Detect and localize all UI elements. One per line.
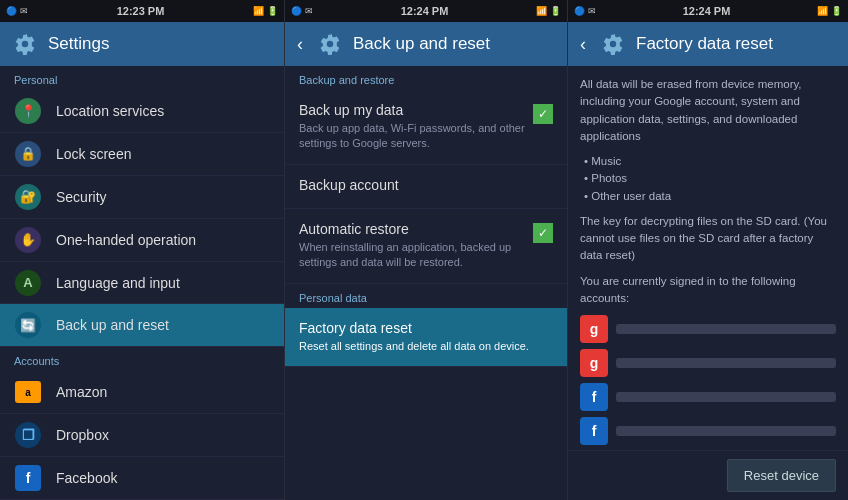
personal-data-section-label: Personal data — [285, 284, 567, 308]
time-right: 12:24 PM — [683, 5, 731, 17]
google-icon-1: g — [580, 315, 608, 343]
facebook-icon: f — [14, 464, 42, 492]
sidebar-item-backup-label: Back up and reset — [56, 317, 169, 333]
factory-reset-header: ‹ Factory data reset — [568, 22, 848, 66]
accounts-section: g g f f ❐ — [580, 315, 836, 450]
reset-icon: 🔄 — [14, 311, 42, 339]
backup-section-label: Backup and restore — [285, 66, 567, 90]
sidebar-item-security-label: Security — [56, 189, 107, 205]
backup-gear-icon — [317, 31, 343, 57]
bullet-other: Other user data — [584, 188, 836, 205]
backup-account-item[interactable]: Backup account — [285, 165, 567, 209]
sidebar-item-dropbox-label: Dropbox — [56, 427, 109, 443]
status-bar-middle: 🔵 ✉ 12:24 PM 📶 🔋 — [285, 0, 567, 22]
factory-reset-description: All data will be erased from device memo… — [580, 76, 836, 145]
section-personal: Personal — [0, 66, 284, 90]
account-row-facebook-1: f — [580, 383, 836, 411]
amazon-icon: a — [14, 378, 42, 406]
sidebar-item-backup[interactable]: 🔄 Back up and reset — [0, 304, 284, 347]
signal-icon-right: 📶 — [817, 6, 828, 16]
account-name-blur-2 — [616, 358, 836, 368]
sidebar-item-facebook[interactable]: f Facebook — [0, 457, 284, 500]
factory-reset-desc: Reset all settings and delete all data o… — [299, 339, 553, 354]
status-icons-right-left2: 🔵 ✉ — [574, 6, 596, 16]
backup-my-data-item[interactable]: Back up my data Back up app data, Wi-Fi … — [285, 90, 567, 165]
back-arrow-right[interactable]: ‹ — [580, 34, 586, 55]
sidebar-item-onehanded[interactable]: ✋ One-handed operation — [0, 219, 284, 262]
dropbox-icon: ❐ — [14, 421, 42, 449]
settings-header: Settings — [0, 22, 284, 66]
time-left: 12:23 PM — [117, 5, 165, 17]
factory-gear-icon — [600, 31, 626, 57]
google-icon-2: g — [580, 349, 608, 377]
sidebar-item-security[interactable]: 🔐 Security — [0, 176, 284, 219]
sidebar-item-facebook-label: Facebook — [56, 470, 117, 486]
sidebar-item-onehanded-label: One-handed operation — [56, 232, 196, 248]
bullet-music: Music — [584, 153, 836, 170]
auto-restore-title: Automatic restore — [299, 221, 533, 237]
account-name-blur-3 — [616, 392, 836, 402]
section-accounts: Accounts — [0, 347, 284, 371]
auto-restore-item[interactable]: Automatic restore When reinstalling an a… — [285, 209, 567, 284]
middle-panel: 🔵 ✉ 12:24 PM 📶 🔋 ‹ Back up and reset Bac… — [285, 0, 568, 500]
account-row-google-2: g — [580, 349, 836, 377]
status-bar-right: 🔵 ✉ 12:24 PM 📶 🔋 — [568, 0, 848, 22]
sidebar-item-amazon[interactable]: a Amazon — [0, 371, 284, 414]
facebook-icon-2: f — [580, 417, 608, 445]
amazon-logo: a — [15, 381, 41, 403]
status-icons-right-right: 📶 🔋 — [817, 6, 842, 16]
bullet-photos: Photos — [584, 170, 836, 187]
mail-icon-mid: ✉ — [305, 6, 313, 16]
sidebar-item-amazon-label: Amazon — [56, 384, 107, 400]
hand-icon: ✋ — [14, 226, 42, 254]
sidebar-item-language[interactable]: A Language and input — [0, 262, 284, 305]
bt-icon-right: 🔵 — [574, 6, 585, 16]
lock-icon: 🔒 — [14, 140, 42, 168]
backup-my-data-title: Back up my data — [299, 102, 533, 118]
language-icon: A — [14, 269, 42, 297]
factory-reset-title: Factory data reset — [299, 320, 553, 336]
time-middle: 12:24 PM — [401, 5, 449, 17]
facebook-logo: f — [15, 465, 41, 491]
location-icon: 📍 — [14, 97, 42, 125]
backup-my-data-checkbox[interactable]: ✓ — [533, 104, 553, 124]
sidebar-item-dropbox[interactable]: ❐ Dropbox — [0, 414, 284, 457]
backup-header: ‹ Back up and reset — [285, 22, 567, 66]
factory-reset-title-header: Factory data reset — [636, 34, 773, 54]
shield-icon: 🔐 — [14, 183, 42, 211]
reset-footer: Reset device — [568, 450, 848, 500]
account-row-facebook-2: f — [580, 417, 836, 445]
settings-title: Settings — [48, 34, 109, 54]
status-icons-middle-right: 📶 🔋 — [536, 6, 561, 16]
battery-icon-mid: 🔋 — [550, 6, 561, 16]
bt-icon: 🔵 — [6, 6, 17, 16]
account-row-google-1: g — [580, 315, 836, 343]
factory-reset-item[interactable]: Factory data reset Reset all settings an… — [285, 308, 567, 367]
status-bar-left: 🔵 ✉ 12:23 PM 📶 🔋 — [0, 0, 284, 22]
sidebar-item-lockscreen[interactable]: 🔒 Lock screen — [0, 133, 284, 176]
mail-icon-right: ✉ — [588, 6, 596, 16]
factory-reset-content: All data will be erased from device memo… — [568, 66, 848, 450]
sidebar-item-location[interactable]: 📍 Location services — [0, 90, 284, 133]
factory-reset-bullet-list: Music Photos Other user data — [584, 153, 836, 205]
accounts-notice: You are currently signed in to the follo… — [580, 273, 836, 308]
left-panel: 🔵 ✉ 12:23 PM 📶 🔋 Settings Personal 📍 Loc… — [0, 0, 285, 500]
status-icons-right-left: 📶 🔋 — [253, 6, 278, 16]
signal-icon-mid: 📶 — [536, 6, 547, 16]
auto-restore-checkbox[interactable]: ✓ — [533, 223, 553, 243]
status-icons-middle-left: 🔵 ✉ — [291, 6, 313, 16]
sd-card-notice: The key for decrypting files on the SD c… — [580, 213, 836, 265]
middle-content: Backup and restore Back up my data Back … — [285, 66, 567, 500]
backup-account-title: Backup account — [299, 177, 553, 193]
battery-icon-left: 🔋 — [267, 6, 278, 16]
reset-device-button[interactable]: Reset device — [727, 459, 836, 492]
mail-icon: ✉ — [20, 6, 28, 16]
bt-icon-mid: 🔵 — [291, 6, 302, 16]
signal-icon-left: 📶 — [253, 6, 264, 16]
account-name-blur-4 — [616, 426, 836, 436]
account-name-blur-1 — [616, 324, 836, 334]
backup-my-data-desc: Back up app data, Wi-Fi passwords, and o… — [299, 121, 533, 152]
facebook-icon-1: f — [580, 383, 608, 411]
status-icons-left: 🔵 ✉ — [6, 6, 28, 16]
back-arrow-middle[interactable]: ‹ — [297, 34, 303, 55]
